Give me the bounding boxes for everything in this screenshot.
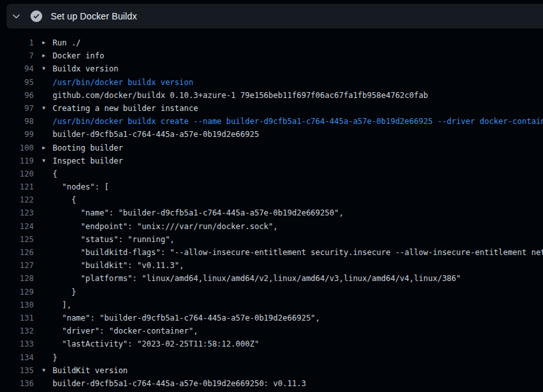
line-number[interactable]: 100 — [0, 141, 34, 154]
group-disclosure-expanded-icon[interactable]: ▼ — [42, 154, 51, 167]
chevron-down-icon — [11, 11, 21, 21]
line-number[interactable]: 136 — [0, 377, 34, 390]
line-number[interactable]: 1 — [0, 36, 34, 49]
step-collapse-button[interactable] — [6, 4, 26, 29]
log-group-title[interactable]: Creating a new builder instance — [53, 102, 543, 115]
log-text: "platforms": "linux/amd64,linux/amd64/v2… — [53, 272, 543, 285]
log-text: } — [53, 351, 543, 364]
line-number[interactable]: 124 — [0, 220, 34, 233]
log-line-row: 132 "driver": "docker-container", — [0, 325, 543, 337]
line-number[interactable]: 132 — [0, 325, 34, 337]
line-number[interactable]: 94 — [0, 62, 34, 75]
log-line-row: 127 "buildkit": "v0.11.3", — [0, 259, 543, 272]
log-text: "buildkit": "v0.11.3", — [53, 259, 543, 272]
line-number[interactable]: 126 — [0, 246, 34, 259]
log-text: "status": "running", — [53, 233, 543, 246]
line-number[interactable]: 130 — [0, 299, 34, 312]
log-line-row: 133 "lastActivity": "2023-02-25T11:58:12… — [0, 337, 543, 350]
step-header[interactable]: Set up Docker Buildx — [6, 4, 543, 29]
log-line-row: 124 "endpoint": "unix:///var/run/docker.… — [0, 220, 543, 233]
log-line-row: 131 "name": "builder-d9cfb5a1-c764-445a-… — [0, 312, 543, 325]
log-line-row: 134} — [0, 351, 543, 364]
line-number[interactable]: 131 — [0, 312, 34, 325]
log-viewer: 1▶Run ./7▶Docker info94▼Buildx version95… — [0, 29, 543, 392]
log-line-row: 99builder-d9cfb5a1-c764-445a-a57e-0b19d2… — [0, 128, 543, 141]
log-text: builder-d9cfb5a1-c764-445a-a57e-0b19d2e6… — [53, 377, 543, 390]
check-icon — [32, 12, 40, 20]
line-number[interactable]: 125 — [0, 233, 34, 246]
log-line-row: 136builder-d9cfb5a1-c764-445a-a57e-0b19d… — [0, 377, 543, 390]
log-text: ], — [53, 299, 543, 312]
log-text: "driver": "docker-container", — [53, 325, 543, 337]
line-number[interactable]: 120 — [0, 167, 34, 180]
log-text: } — [53, 286, 543, 299]
log-line-row: 95/usr/bin/docker buildx version — [0, 76, 543, 89]
log-group-row[interactable]: 100▶Booting builder — [0, 141, 543, 154]
line-number[interactable]: 96 — [0, 89, 34, 102]
group-disclosure-collapsed-icon[interactable]: ▶ — [42, 49, 51, 62]
log-text: github.com/docker/buildx 0.10.3+azure-1 … — [53, 89, 543, 102]
line-number[interactable]: 128 — [0, 272, 34, 285]
log-line-row: 130 ], — [0, 299, 543, 312]
log-line-row: 129 } — [0, 286, 543, 299]
line-number[interactable]: 97 — [0, 102, 34, 115]
log-text: "name": "builder-d9cfb5a1-c764-445a-a57e… — [53, 206, 543, 219]
line-number[interactable]: 119 — [0, 154, 34, 167]
log-group-title[interactable]: Docker info — [53, 49, 543, 62]
line-number[interactable]: 99 — [0, 128, 34, 141]
log-text: { — [53, 167, 543, 180]
group-disclosure-expanded-icon[interactable]: ▼ — [42, 62, 51, 75]
log-text: "nodes": [ — [53, 180, 543, 193]
line-number[interactable]: 133 — [0, 337, 34, 350]
log-text: /usr/bin/docker buildx version — [53, 76, 543, 89]
log-line-row: 121 "nodes": [ — [0, 180, 543, 193]
log-line-row: 125 "status": "running", — [0, 233, 543, 246]
log-line-row: 126 "buildkitd-flags": "--allow-insecure… — [0, 246, 543, 259]
log-group-title[interactable]: Booting builder — [53, 141, 543, 154]
log-group-row[interactable]: 97▼Creating a new builder instance — [0, 102, 543, 115]
log-group-row[interactable]: 94▼Buildx version — [0, 62, 543, 75]
log-line-row: 120{ — [0, 167, 543, 180]
log-line-row: 98/usr/bin/docker buildx create --name b… — [0, 115, 543, 128]
log-line-row: 122 { — [0, 193, 543, 206]
log-group-title[interactable]: Buildx version — [53, 62, 543, 75]
log-group-row[interactable]: 7▶Docker info — [0, 49, 543, 62]
group-disclosure-collapsed-icon[interactable]: ▶ — [42, 141, 51, 154]
log-text: "lastActivity": "2023-02-25T11:58:12.000… — [53, 337, 543, 350]
line-number[interactable]: 123 — [0, 206, 34, 219]
group-disclosure-collapsed-icon[interactable]: ▶ — [42, 36, 51, 49]
log-text: { — [53, 193, 543, 206]
line-number[interactable]: 122 — [0, 193, 34, 206]
group-disclosure-expanded-icon[interactable]: ▼ — [42, 102, 51, 115]
log-group-title[interactable]: Inspect builder — [53, 154, 543, 167]
line-number[interactable]: 134 — [0, 351, 34, 364]
log-group-row[interactable]: 1▶Run ./ — [0, 36, 543, 49]
log-line-row: 128 "platforms": "linux/amd64,linux/amd6… — [0, 272, 543, 285]
line-number[interactable]: 127 — [0, 259, 34, 272]
line-number[interactable]: 95 — [0, 76, 34, 89]
log-group-title[interactable]: Run ./ — [53, 36, 543, 49]
line-number[interactable]: 98 — [0, 115, 34, 128]
status-badge — [31, 10, 42, 22]
log-text: /usr/bin/docker buildx create --name bui… — [53, 115, 543, 128]
log-text: "name": "builder-d9cfb5a1-c764-445a-a57e… — [53, 312, 543, 325]
log-line-row: 123 "name": "builder-d9cfb5a1-c764-445a-… — [0, 206, 543, 219]
log-group-row[interactable]: 119▼Inspect builder — [0, 154, 543, 167]
line-number[interactable]: 135 — [0, 364, 34, 377]
log-group-row[interactable]: 135▼BuildKit version — [0, 364, 543, 377]
line-number[interactable]: 129 — [0, 286, 34, 299]
log-line-row: 96github.com/docker/buildx 0.10.3+azure-… — [0, 89, 543, 102]
step-title: Set up Docker Buildx — [51, 11, 137, 21]
log-text: "endpoint": "unix:///var/run/docker.sock… — [53, 220, 543, 233]
log-text: builder-d9cfb5a1-c764-445a-a57e-0b19d2e6… — [53, 128, 543, 141]
log-text: "buildkitd-flags": "--allow-insecure-ent… — [53, 246, 543, 259]
group-disclosure-expanded-icon[interactable]: ▼ — [42, 364, 51, 377]
log-group-title[interactable]: BuildKit version — [53, 364, 543, 377]
line-number[interactable]: 121 — [0, 180, 34, 193]
line-number[interactable]: 7 — [0, 49, 34, 62]
